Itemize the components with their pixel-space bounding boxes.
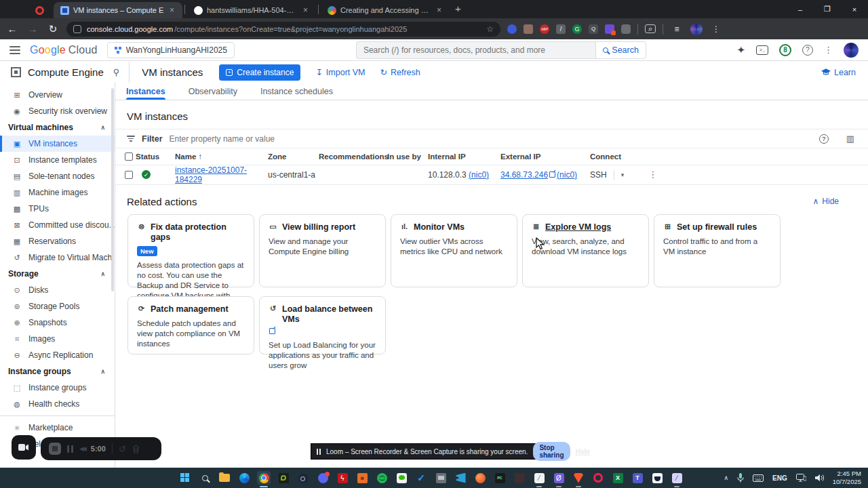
instance-name-link[interactable]: instance-20251007-184229 — [175, 165, 247, 184]
opera-icon[interactable] — [591, 471, 605, 485]
edge-icon[interactable] — [237, 471, 251, 485]
sidebar-item-machine-images[interactable]: ▥Machine images — [0, 184, 115, 201]
sidebar-section-virtual-machines[interactable]: Virtual machines∧ — [0, 119, 115, 136]
back-button[interactable]: ← — [5, 23, 19, 35]
sidebar-item-async-replication[interactable]: ⊖Async Replication — [0, 347, 115, 363]
rewind-icon[interactable]: ◀◀ — [79, 445, 85, 452]
loom-camera-bubble[interactable] — [12, 435, 36, 460]
sidebar-section-instance-groups[interactable]: Instance groups∧ — [0, 363, 115, 380]
cloud-shell-icon[interactable]: >_ — [756, 45, 768, 55]
external-ip-link[interactable]: 34.68.73.246 — [500, 170, 548, 180]
forward-button[interactable]: → — [26, 23, 39, 35]
filter-help-icon[interactable]: ? — [819, 134, 829, 144]
reading-list-icon[interactable]: ≡ — [670, 24, 684, 34]
tab-close-icon[interactable]: × — [302, 5, 309, 15]
import-vm-button[interactable]: ↧ Import VM — [315, 67, 365, 77]
wechat-icon[interactable] — [395, 471, 408, 485]
col-internal-ip[interactable]: Internal IP — [428, 148, 500, 165]
pen-app-icon[interactable]: ⁄ — [670, 471, 684, 485]
ssh-dropdown-caret-icon[interactable]: ▾ — [614, 171, 631, 178]
console-search-input[interactable] — [356, 41, 595, 59]
sidebar-item-security-risk-overview[interactable]: ◉Security risk overview — [0, 103, 115, 119]
reload-button[interactable]: ↻ — [46, 23, 60, 35]
hide-share-bar-link[interactable]: Hide — [576, 448, 591, 455]
sidebar-item-marketplace[interactable]: ⍟Marketplace — [0, 420, 115, 436]
delete-recording-icon[interactable] — [132, 445, 140, 453]
tab-instance-schedules[interactable]: Instance schedules — [260, 83, 333, 100]
card-set-up-firewall-rules[interactable]: ⊞Set up firewall rules Control traffic t… — [654, 214, 781, 287]
card-patch-management[interactable]: ⟳Patch management Schedule patch updates… — [127, 296, 254, 354]
row-more-actions-icon[interactable]: ⋮ — [631, 169, 657, 180]
clock[interactable]: 2:45 PM 10/7/2025 — [833, 470, 861, 486]
touch-keyboard-icon[interactable] — [753, 474, 764, 482]
extension-icon[interactable]: Q — [589, 24, 598, 34]
site-settings-icon[interactable] — [73, 25, 81, 33]
teams-icon[interactable]: T — [631, 471, 644, 485]
navigation-menu-icon[interactable] — [9, 46, 20, 54]
pause-recording-icon[interactable] — [67, 445, 73, 453]
extensions-puzzle-icon[interactable] — [621, 24, 631, 34]
microphone-icon[interactable] — [737, 473, 744, 483]
sidebar-item-images[interactable]: ⌗Images — [0, 331, 115, 347]
sidebar-item-instance-groups[interactable]: ⬚Instance groups — [0, 380, 115, 396]
privacy-app-icon[interactable]: Ø — [552, 471, 566, 485]
sidebar-item-instance-templates[interactable]: ⊡Instance templates — [0, 152, 115, 168]
sidebar-item-sole-tenant-nodes[interactable]: ▤Sole-tenant nodes — [0, 168, 115, 184]
extension-icon[interactable] — [507, 24, 517, 34]
card-monitor-vms[interactable]: ıl.Monitor VMs View outlier VMs across m… — [391, 214, 517, 287]
browser-tab-vm-instances[interactable]: VM instances – Compute E × — [54, 2, 182, 18]
account-avatar[interactable] — [844, 43, 859, 58]
taskbar-search-icon[interactable] — [198, 471, 212, 485]
extension-icon[interactable]: / — [556, 24, 566, 34]
remote-pc-icon[interactable] — [434, 471, 448, 485]
refresh-button[interactable]: ↻ Refresh — [380, 67, 420, 77]
card-fix-data-protection-gaps[interactable]: ⊜Fix data protection gaps New Assess dat… — [127, 214, 254, 287]
col-in-use-by[interactable]: In use by — [387, 148, 428, 165]
windows-start-button[interactable] — [178, 471, 192, 485]
create-instance-button[interactable]: + Create instance — [219, 64, 300, 81]
brave-icon[interactable] — [572, 471, 585, 485]
tab-observability[interactable]: Observability — [189, 83, 237, 100]
col-external-ip[interactable]: External IP — [500, 148, 590, 165]
language-indicator[interactable]: ENG — [772, 474, 787, 482]
side-search-icon[interactable]: ⌕ — [645, 24, 656, 33]
maximize-button[interactable]: ❐ — [814, 5, 841, 14]
new-tab-button[interactable]: + — [455, 3, 461, 14]
col-status[interactable]: Status — [136, 148, 175, 165]
sidebar-item-disks[interactable]: ⊙Disks — [0, 282, 115, 298]
sidebar-item-migrate-to-vm[interactable]: ↺Migrate to Virtual Mach... — [0, 249, 115, 266]
console-search-button[interactable]: Search — [595, 41, 646, 59]
external-nic-link[interactable]: (nic0) — [557, 170, 577, 180]
discord-icon[interactable] — [316, 471, 330, 485]
stop-recording-button[interactable] — [49, 443, 61, 455]
sidebar-item-reservations[interactable]: ▦Reservations — [0, 233, 115, 249]
bookmark-star-icon[interactable]: ☆ — [486, 24, 494, 34]
col-zone[interactable]: Zone — [268, 148, 319, 165]
loom-icon[interactable] — [650, 471, 664, 485]
restart-recording-icon[interactable]: ↺ — [119, 444, 126, 454]
tray-hidden-icons-chevron[interactable]: ∧ — [724, 474, 728, 481]
inactive-app-icon[interactable] — [513, 471, 526, 485]
tab-close-icon[interactable]: × — [435, 5, 443, 15]
grammarly-extension-icon[interactable]: G — [572, 24, 582, 34]
project-selector[interactable]: WanYongLinHuangAHI2025 — [107, 42, 235, 58]
pin-icon[interactable]: ⚲ — [113, 67, 120, 77]
learn-button[interactable]: Learn — [821, 68, 856, 77]
browser-menu-icon[interactable]: ⋮ — [709, 24, 723, 34]
sidebar-item-committed-use-discounts[interactable]: ⊠Committed use discou... — [0, 217, 115, 233]
sidebar-section-storage[interactable]: Storage∧ — [0, 266, 115, 282]
sidebar-item-health-checks[interactable]: ◍Health checks — [0, 396, 115, 412]
extension-icon[interactable] — [524, 24, 533, 34]
stop-sharing-button[interactable]: Stop sharing — [533, 442, 570, 461]
sidebar-item-vm-instances[interactable]: ▣VM instances — [0, 136, 115, 152]
retro-game-icon[interactable]: ▦ — [355, 471, 369, 485]
nvidia-icon[interactable] — [277, 471, 290, 485]
column-display-options-icon[interactable]: ▥ — [846, 134, 854, 144]
sidebar-scrollbar[interactable] — [111, 88, 114, 291]
blue-check-app-icon[interactable]: ✓ — [414, 471, 428, 485]
tab-close-icon[interactable]: × — [168, 5, 176, 15]
ssh-button[interactable]: SSH — [590, 170, 614, 180]
sidebar-item-snapshots[interactable]: ⊕Snapshots — [0, 314, 115, 331]
spotify-icon[interactable] — [375, 471, 389, 485]
minimize-button[interactable]: – — [787, 5, 814, 14]
